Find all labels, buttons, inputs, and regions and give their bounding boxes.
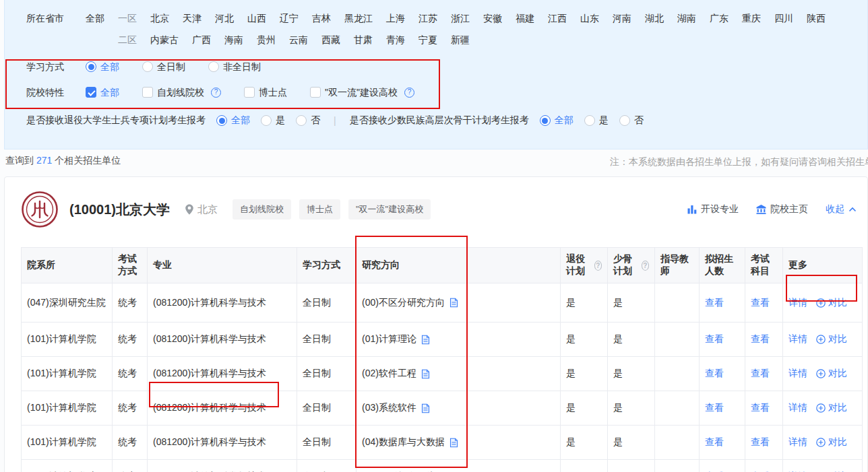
help-icon[interactable]: ? [594,261,602,271]
province-item[interactable]: 黑龙江 [344,12,373,24]
province-item[interactable]: 安徽 [483,12,502,24]
school-homepage-button[interactable]: 院校主页 [756,203,808,215]
view-quota-link[interactable]: 查看 [705,402,724,413]
province-item[interactable]: 山东 [580,12,599,24]
province-item[interactable]: 福建 [516,12,534,24]
radio-icon[interactable] [208,61,219,72]
study-mode-option-all[interactable]: 全部 [86,61,119,73]
study-mode-row: 学习方式 全部 全日制 非全日制 [26,61,867,73]
document-icon[interactable] [421,369,430,379]
veteran-option-yes[interactable]: 是 [261,114,285,127]
feature-option-selfline[interactable]: 自划线院校 ? [142,86,221,98]
province-item[interactable]: 吉林 [312,12,331,24]
province-item[interactable]: 上海 [386,12,405,24]
province-item[interactable]: 河北 [215,12,234,24]
province-item[interactable]: 贵州 [257,34,276,46]
document-icon[interactable] [450,298,458,308]
compare-link[interactable]: 对比 [816,402,847,414]
compare-link[interactable]: 对比 [816,368,847,380]
province-item[interactable]: 广西 [192,34,211,46]
tag-double-first-class: "双一流"建设高校 [348,199,431,220]
detail-link[interactable]: 详情 [788,368,807,380]
radio-icon[interactable] [296,115,307,126]
compare-link[interactable]: 对比 [816,436,847,448]
document-icon[interactable] [450,438,458,448]
province-item[interactable]: 辽宁 [280,12,299,24]
minority-option-all[interactable]: 全部 [540,114,574,127]
radio-selected-icon[interactable] [86,61,96,72]
province-item[interactable]: 浙江 [451,12,470,24]
more-cell: 详情对比 [783,460,863,472]
veteran-option-all[interactable]: 全部 [216,114,250,127]
detail-link[interactable]: 详情 [788,436,807,448]
checkbox-icon[interactable] [310,87,321,98]
help-icon[interactable]: ? [642,261,649,271]
province-item[interactable]: 江西 [548,12,567,24]
province-item[interactable]: 内蒙古 [150,34,179,46]
province-item[interactable]: 山西 [247,12,266,24]
province-item-all[interactable]: 全部 [86,12,104,24]
compare-link[interactable]: 对比 [816,297,847,309]
province-item[interactable]: 海南 [224,34,243,46]
province-item[interactable]: 青海 [386,34,405,46]
study-mode-option-fulltime[interactable]: 全日制 [142,61,185,73]
minority-cell: 是 [608,391,655,426]
minority-option-yes[interactable]: 是 [584,114,609,127]
view-subjects-link[interactable]: 查看 [751,368,770,378]
collapse-button[interactable]: 收起 [826,203,857,215]
province-item[interactable]: 天津 [183,12,202,24]
province-item[interactable]: 湖南 [677,12,696,24]
feature-option-phd[interactable]: 博士点 [244,86,287,98]
view-subjects-link[interactable]: 查看 [751,297,770,308]
compare-link[interactable]: 对比 [816,333,847,345]
feature-option-double-first-class[interactable]: "双一流"建设高校 ? [310,86,414,98]
detail-link[interactable]: 详情 [788,402,807,414]
radio-icon[interactable] [142,61,153,72]
direction-cell: (04)数据库与大数据 [356,426,561,460]
province-item[interactable]: 西藏 [321,34,340,46]
province-item[interactable]: 重庆 [742,12,761,24]
study-mode-option-parttime[interactable]: 非全日制 [208,61,261,73]
bar-chart-icon [687,205,697,214]
feature-option-all[interactable]: 全部 [86,86,119,98]
province-item[interactable]: 四川 [774,12,793,24]
view-subjects-link[interactable]: 查看 [751,333,770,344]
radio-icon[interactable] [584,115,595,126]
province-item[interactable]: 湖北 [645,12,664,24]
province-item[interactable]: 新疆 [451,34,470,46]
province-item[interactable]: 陕西 [807,12,826,24]
detail-link[interactable]: 详情 [788,333,807,345]
radio-selected-icon[interactable] [216,115,227,126]
view-subjects-link[interactable]: 查看 [751,402,770,413]
detail-link[interactable]: 详情 [788,297,807,309]
help-icon[interactable]: ? [404,88,414,98]
province-item[interactable]: 甘肃 [354,34,373,46]
province-item[interactable]: 云南 [289,34,308,46]
province-item[interactable]: 河南 [613,12,631,24]
province-item[interactable]: 宁夏 [418,34,437,46]
radio-icon[interactable] [261,115,272,126]
data-source-note: 注：本系统数据由各招生单位上报，如有疑问请咨询相关招生单位 [610,156,868,168]
view-quota-link[interactable]: 查看 [705,368,724,378]
table-row: (101)计算机学院 统考 (081200)计算机科学与技术 全日制 (04)数… [22,426,863,460]
checkbox-icon[interactable] [244,87,255,98]
radio-selected-icon[interactable] [540,115,551,126]
help-icon[interactable]: ? [211,88,221,98]
checkbox-checked-icon[interactable] [86,87,96,98]
view-quota-link[interactable]: 查看 [705,436,724,447]
province-item[interactable]: 广东 [710,12,728,24]
document-icon[interactable] [421,335,430,345]
document-icon[interactable] [421,403,430,413]
view-quota-link[interactable]: 查看 [705,333,724,344]
minority-option-no[interactable]: 否 [619,114,644,127]
province-item[interactable]: 江苏 [418,12,437,24]
province-item[interactable]: 北京 [150,12,169,24]
direction-cell: (03)系统软件 [356,391,561,426]
veteran-option-no[interactable]: 否 [296,114,320,127]
checkbox-icon[interactable] [142,87,153,98]
view-quota-link[interactable]: 查看 [705,297,724,308]
circle-plus-icon [816,438,826,447]
view-subjects-link[interactable]: 查看 [751,436,770,447]
open-majors-button[interactable]: 开设专业 [687,203,739,215]
radio-icon[interactable] [619,115,630,126]
